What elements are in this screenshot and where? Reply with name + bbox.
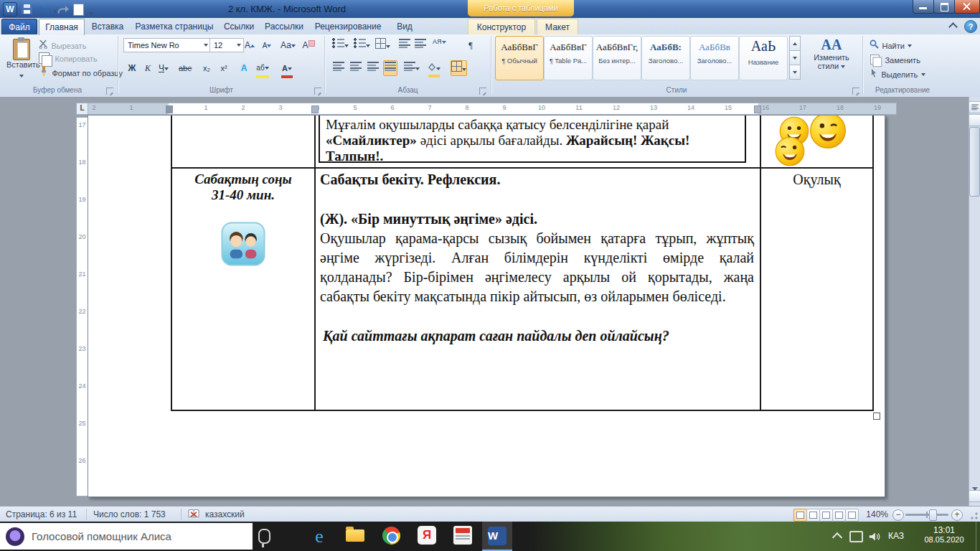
document-page[interactable]: Мұғалім оқушыларды сабаққа қатысу белсен… <box>88 115 885 497</box>
indent-marker-icon[interactable] <box>166 105 173 113</box>
grow-font-button[interactable]: А <box>242 37 257 53</box>
app-icon[interactable]: W <box>3 2 17 15</box>
tab-insert[interactable]: Вставка <box>86 19 129 34</box>
zoom-out-icon[interactable]: − <box>892 509 904 521</box>
page-indicator[interactable]: Страница: 6 из 11 <box>6 509 77 519</box>
styles-scroll-up-icon[interactable] <box>789 36 801 51</box>
tab-references[interactable]: Ссылки <box>220 19 258 34</box>
shrink-font-button[interactable]: А <box>260 37 274 53</box>
align-right-button[interactable] <box>366 60 380 76</box>
taskbar-ie-icon[interactable]: e <box>308 526 330 547</box>
strikethrough-button[interactable]: abe <box>178 60 192 76</box>
italic-button[interactable]: К <box>141 60 155 76</box>
highlight-color-button[interactable]: аб <box>255 60 270 76</box>
taskbar-yandex-icon[interactable]: Я <box>416 526 438 547</box>
sort-button[interactable]: АЯ <box>432 37 447 54</box>
line-spacing-button[interactable] <box>403 60 420 76</box>
select-button[interactable]: Выделить <box>870 67 925 80</box>
underline-button[interactable]: Ч <box>156 60 171 76</box>
close-button[interactable] <box>954 0 980 14</box>
align-center-button[interactable] <box>349 60 363 76</box>
increase-indent-button[interactable] <box>413 37 428 53</box>
change-styles-button[interactable]: АА Изменить стили <box>804 36 859 83</box>
bold-button[interactable]: Ж <box>125 60 139 76</box>
font-color-button[interactable]: А <box>280 60 294 76</box>
find-button[interactable]: Найти <box>870 39 912 52</box>
column-marker-icon[interactable] <box>754 105 761 113</box>
zoom-in-icon[interactable]: + <box>951 509 963 521</box>
tab-design[interactable]: Конструктор <box>468 19 535 35</box>
scrollbar-thumb[interactable] <box>969 127 980 197</box>
tray-display-icon[interactable] <box>849 531 863 542</box>
save-icon[interactable] <box>22 4 32 17</box>
help-icon[interactable]: ? <box>964 20 977 33</box>
view-fullscreen-button[interactable] <box>806 509 820 522</box>
justify-button[interactable] <box>383 60 397 76</box>
font-dialog-launcher-icon[interactable] <box>314 88 321 95</box>
minimize-button[interactable] <box>913 0 935 14</box>
vertical-ruler[interactable]: 17181920212223242526 <box>76 117 88 496</box>
change-case-button[interactable]: Аа <box>280 37 296 53</box>
replace-button[interactable]: Заменить <box>870 53 920 66</box>
table-resize-handle[interactable] <box>873 413 880 420</box>
text-effects-button[interactable]: А <box>237 60 251 76</box>
show-marks-button[interactable]: ¶ <box>463 37 478 53</box>
tab-page-layout[interactable]: Разметка страницы <box>132 19 217 34</box>
paragraph-dialog-launcher-icon[interactable] <box>479 88 486 95</box>
font-name-combo[interactable]: Times New Ro <box>123 38 211 52</box>
shading-button[interactable] <box>426 60 441 76</box>
styles-gallery-more-icon[interactable] <box>789 65 801 80</box>
tray-speaker-icon[interactable] <box>868 531 881 545</box>
restore-button[interactable] <box>933 0 956 14</box>
tab-table-layout[interactable]: Макет <box>537 19 578 35</box>
language-switcher[interactable]: КАЗ <box>888 531 904 541</box>
align-left-button[interactable] <box>331 60 346 76</box>
taskbar-chrome-icon[interactable] <box>380 526 402 547</box>
styles-dialog-launcher-icon[interactable] <box>852 88 859 95</box>
multilevel-list-button[interactable] <box>374 37 391 53</box>
minimize-ribbon-icon[interactable] <box>948 22 958 32</box>
ruler-toggle-icon[interactable] <box>969 101 980 113</box>
column-marker-icon[interactable] <box>311 105 319 113</box>
style-table-paragraph[interactable]: АаБбВвГ ¶ Table Pa... <box>544 36 593 80</box>
view-draft-button[interactable] <box>845 509 859 522</box>
clock[interactable]: 13:01 08.05.2020 <box>917 525 971 544</box>
tab-selector-button[interactable]: L <box>76 103 88 115</box>
style-normal[interactable]: АаБбВвГ ¶ Обычный <box>495 36 544 80</box>
tab-file[interactable]: Файл <box>1 19 37 36</box>
copy-button[interactable]: Копировать <box>39 52 98 65</box>
show-desktop-button[interactable] <box>976 522 980 551</box>
taskbar-explorer-icon[interactable] <box>344 526 366 547</box>
resize-grip[interactable] <box>970 512 978 520</box>
clipboard-dialog-launcher-icon[interactable] <box>106 88 113 95</box>
style-title[interactable]: АаЬ Название <box>739 36 788 80</box>
decrease-indent-button[interactable] <box>397 37 412 53</box>
view-outline-button[interactable] <box>832 509 846 522</box>
redo-icon[interactable] <box>57 4 69 17</box>
word-count[interactable]: Число слов: 1 753 <box>93 509 166 519</box>
view-web-layout-button[interactable] <box>819 509 833 522</box>
tab-mailings[interactable]: Рассылки <box>261 19 307 34</box>
tab-home[interactable]: Главная <box>39 19 85 35</box>
assessment-text-box[interactable]: Мұғалім оқушыларды сабаққа қатысу белсен… <box>319 115 746 163</box>
style-heading1[interactable]: АаБбВ: Заголово... <box>641 36 690 80</box>
taskbar-word-button[interactable]: W <box>482 522 512 551</box>
tab-view[interactable]: Вид <box>389 19 420 34</box>
cut-button[interactable]: Вырезать <box>39 39 86 52</box>
scroll-up-icon[interactable] <box>969 114 980 126</box>
quick-print-icon[interactable] <box>73 4 84 17</box>
horizontal-ruler[interactable]: 2112345678910111213141516171819 <box>88 103 897 115</box>
style-no-spacing[interactable]: АаБбВвГг, Без интер... <box>593 36 641 80</box>
microphone-icon[interactable] <box>258 529 270 544</box>
borders-button[interactable] <box>451 60 467 76</box>
paste-button[interactable]: Вставить <box>6 37 37 85</box>
clear-formatting-button[interactable]: А <box>301 37 316 53</box>
font-size-combo[interactable]: 12 <box>209 38 244 52</box>
style-heading2[interactable]: АаБбВв Заголово... <box>690 36 739 80</box>
scroll-down-icon[interactable] <box>969 490 980 502</box>
undo-icon[interactable] <box>38 4 57 17</box>
zoom-slider-thumb[interactable] <box>929 509 937 521</box>
language-indicator[interactable]: казахский <box>205 509 245 519</box>
zoom-level[interactable]: 140% <box>861 509 888 519</box>
taskbar-search[interactable]: Голосовой помощник Алиса <box>0 523 253 550</box>
